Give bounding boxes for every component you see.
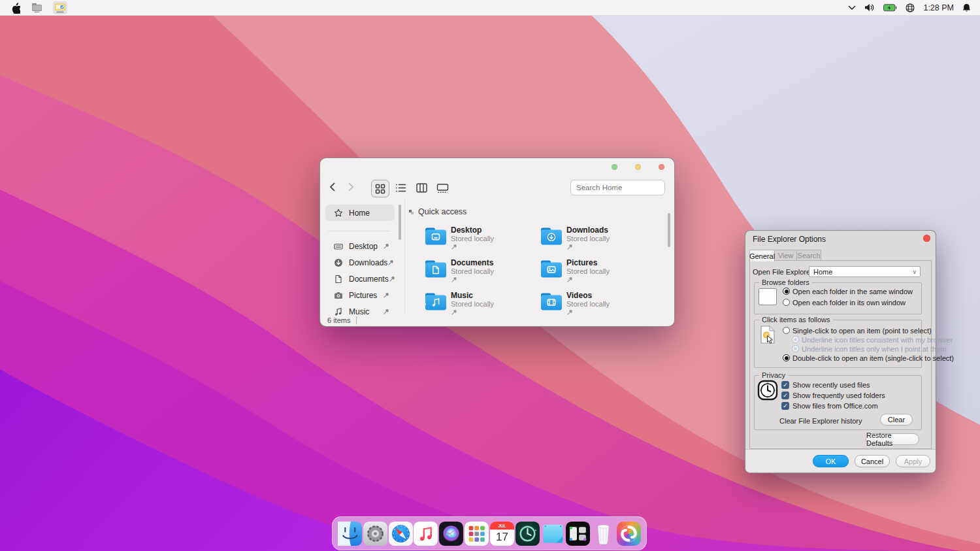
gallery-view-icon[interactable] bbox=[434, 180, 451, 196]
system-settings-icon[interactable] bbox=[363, 522, 387, 546]
pin-icon bbox=[451, 244, 457, 250]
pictures-icon bbox=[334, 291, 343, 300]
calendar-month: JUL bbox=[498, 524, 506, 528]
pin-icon bbox=[566, 244, 573, 250]
radio-own-window[interactable] bbox=[783, 299, 790, 306]
back-icon[interactable] bbox=[327, 182, 338, 192]
folder-tile-pictures[interactable]: Pictures Stored locally bbox=[540, 258, 651, 286]
radio-double-click[interactable] bbox=[783, 354, 790, 361]
tile-name: Pictures bbox=[566, 258, 597, 267]
trash-icon[interactable] bbox=[591, 522, 615, 546]
color-swirl-app-icon[interactable] bbox=[617, 522, 641, 546]
zoom-traffic-light[interactable] bbox=[635, 164, 641, 170]
tab-general[interactable]: General bbox=[749, 250, 775, 261]
click-items-legend: Click items as follows bbox=[759, 316, 833, 324]
desktop-icon bbox=[334, 242, 343, 251]
siri-icon[interactable] bbox=[439, 522, 463, 546]
checkbox-office-files[interactable]: ✓ bbox=[781, 402, 789, 410]
tab-view[interactable]: View bbox=[774, 250, 797, 261]
folder-tile-desktop[interactable]: Desktop Stored locally bbox=[425, 225, 536, 253]
checkbox-frequent-folders[interactable]: ✓ bbox=[781, 392, 789, 399]
launchpad-icon[interactable] bbox=[465, 522, 489, 546]
stickies-icon[interactable] bbox=[541, 522, 565, 546]
notification-bell-icon[interactable] bbox=[962, 3, 971, 12]
music-icon bbox=[334, 307, 343, 316]
checkbox-office-files-label[interactable]: Show files from Office.com bbox=[792, 402, 878, 410]
radio-single-click[interactable] bbox=[783, 327, 790, 334]
clear-button[interactable]: Clear bbox=[880, 414, 913, 426]
folder-tile-music[interactable]: Music Stored locally bbox=[425, 291, 536, 318]
pin-icon bbox=[566, 276, 573, 283]
list-view-icon[interactable] bbox=[392, 180, 409, 196]
folder-tile-videos[interactable]: Videos Stored locally bbox=[540, 291, 651, 318]
pin-icon bbox=[387, 259, 394, 266]
clear-history-label: Clear File Explorer history bbox=[779, 417, 862, 425]
chevron-down-icon: ∨ bbox=[912, 269, 917, 275]
sidebar-label: Documents bbox=[349, 275, 389, 284]
radio-single-click-label[interactable]: Single-click to open an item (point to s… bbox=[792, 327, 932, 335]
restore-defaults-button[interactable]: Restore Defaults bbox=[866, 433, 919, 445]
globe-icon[interactable] bbox=[906, 3, 915, 12]
grid-view-icon[interactable] bbox=[371, 180, 389, 197]
menu-bar: 1:28 PM bbox=[0, 0, 980, 16]
content-scrollbar[interactable] bbox=[668, 213, 670, 247]
checkbox-recent-files[interactable]: ✓ bbox=[781, 381, 789, 389]
tile-name: Desktop bbox=[451, 225, 482, 235]
quick-access-header[interactable]: Quick access bbox=[409, 207, 466, 216]
cancel-button[interactable]: Cancel bbox=[855, 455, 890, 467]
sidebar-item-downloads[interactable]: Downloads bbox=[325, 254, 395, 271]
apple-logo[interactable] bbox=[10, 2, 20, 14]
open-to-dropdown[interactable]: Home ∨ bbox=[809, 266, 921, 277]
time-machine-icon[interactable] bbox=[515, 522, 540, 546]
sidebar-item-home[interactable]: Home bbox=[325, 205, 395, 221]
pin-icon bbox=[383, 309, 389, 315]
browse-folders-group: Browse folders Open each folder in the s… bbox=[754, 282, 922, 314]
home-star-icon bbox=[334, 209, 343, 218]
window-manager-icon[interactable] bbox=[566, 522, 590, 546]
finder-icon[interactable] bbox=[338, 522, 362, 546]
forward-icon[interactable] bbox=[346, 182, 356, 192]
tile-subtitle: Stored locally bbox=[451, 267, 494, 275]
explorer-options-app-icon[interactable] bbox=[53, 1, 67, 14]
radio-same-window[interactable] bbox=[783, 288, 790, 295]
radio-own-window-label[interactable]: Open each folder in its own window bbox=[792, 299, 906, 307]
files-app-icon[interactable] bbox=[29, 1, 44, 14]
battery-icon[interactable] bbox=[883, 4, 897, 12]
radio-same-window-label[interactable]: Open each folder in the same window bbox=[792, 288, 913, 295]
search-input[interactable] bbox=[570, 180, 665, 195]
dialog-title: File Explorer Options bbox=[753, 235, 826, 244]
sidebar-item-pictures[interactable]: Pictures bbox=[325, 287, 395, 303]
ok-button[interactable]: OK bbox=[813, 455, 849, 467]
calendar-icon[interactable]: JUL17 bbox=[490, 522, 514, 546]
dialog-close-icon[interactable] bbox=[923, 235, 930, 242]
file-explorer-window: Home Desktop Downloads Documents Picture… bbox=[319, 158, 675, 327]
apply-button: Apply bbox=[896, 455, 930, 467]
safari-icon[interactable] bbox=[389, 522, 413, 546]
sidebar-scrollbar[interactable] bbox=[399, 205, 401, 240]
folder-music-icon bbox=[425, 292, 447, 311]
menu-clock[interactable]: 1:28 PM bbox=[923, 3, 954, 12]
folder-tile-documents[interactable]: Documents Stored locally bbox=[425, 258, 536, 286]
folder-desktop-icon bbox=[425, 227, 447, 246]
columns-view-icon[interactable] bbox=[413, 180, 430, 196]
tile-subtitle: Stored locally bbox=[566, 235, 610, 242]
folder-videos-icon bbox=[540, 292, 563, 311]
checkbox-recent-files-label[interactable]: Show recently used files bbox=[792, 381, 870, 389]
status-divider bbox=[356, 316, 357, 324]
quick-access-label: Quick access bbox=[418, 207, 466, 216]
expand-icon bbox=[409, 210, 414, 214]
sidebar-item-desktop[interactable]: Desktop bbox=[325, 238, 395, 254]
radio-double-click-label[interactable]: Double-click to open an item (single-cli… bbox=[792, 354, 954, 362]
music-app-icon[interactable] bbox=[414, 522, 438, 546]
close-traffic-light[interactable] bbox=[659, 164, 664, 170]
checkbox-frequent-folders-label[interactable]: Show frequently used folders bbox=[792, 392, 885, 399]
chevron-down-icon[interactable] bbox=[848, 5, 856, 10]
folder-pictures-icon bbox=[540, 259, 563, 278]
volume-icon[interactable] bbox=[864, 3, 875, 12]
tab-search[interactable]: Search bbox=[796, 250, 821, 261]
sidebar-item-documents[interactable]: Documents bbox=[325, 271, 395, 287]
pin-icon bbox=[383, 243, 389, 250]
tile-name: Documents bbox=[451, 258, 493, 267]
minimize-traffic-light[interactable] bbox=[612, 164, 617, 170]
folder-tile-downloads[interactable]: Downloads Stored locally bbox=[540, 225, 651, 253]
